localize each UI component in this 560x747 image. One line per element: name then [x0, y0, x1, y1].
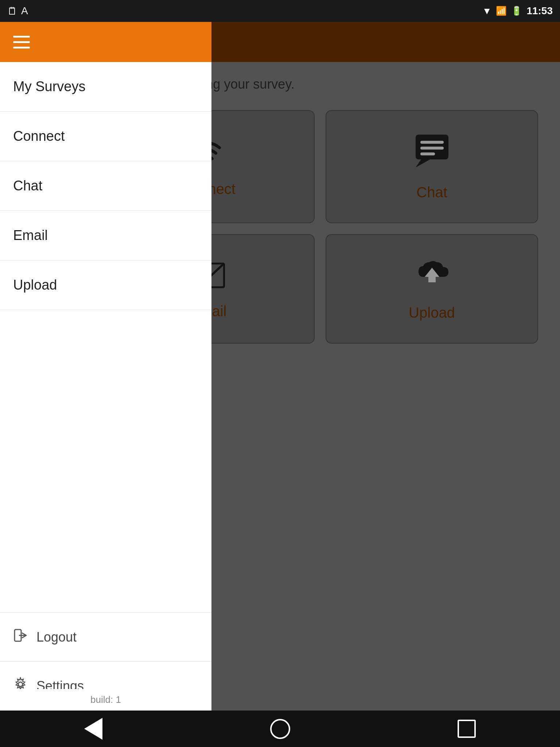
nav-drawer: My Surveys Connect Chat Email Upload Log… — [0, 22, 211, 711]
bottom-nav-bar — [0, 711, 560, 747]
battery-icon: 🔋 — [511, 6, 522, 16]
hamburger-line-1 — [13, 36, 30, 38]
sidebar-item-chat[interactable]: Chat — [0, 161, 211, 211]
home-icon — [270, 719, 290, 739]
recents-icon — [458, 720, 476, 738]
sidebar-item-upload[interactable]: Upload — [0, 260, 211, 310]
svg-point-10 — [18, 682, 23, 686]
drawer-menu: My Surveys Connect Chat Email Upload — [0, 62, 211, 612]
status-bar-right: ▼ 📶 🔋 11:53 — [482, 5, 553, 17]
wifi-icon: ▼ — [482, 5, 492, 17]
back-icon — [84, 718, 102, 740]
build-info: build: 1 — [0, 689, 211, 711]
hamburger-button[interactable] — [13, 36, 30, 49]
status-bar: 🗒 A ▼ 📶 🔋 11:53 — [0, 0, 560, 22]
logout-label: Logout — [36, 630, 77, 645]
recents-button[interactable] — [454, 716, 479, 742]
home-button[interactable] — [267, 716, 293, 742]
app-icon-2: A — [21, 5, 28, 17]
sidebar-item-my-surveys[interactable]: My Surveys — [0, 62, 211, 112]
sidebar-item-connect[interactable]: Connect — [0, 112, 211, 161]
app-icon-1: 🗒 — [7, 5, 18, 17]
status-bar-left: 🗒 A — [7, 5, 28, 17]
status-time: 11:53 — [526, 5, 553, 17]
back-button[interactable] — [81, 716, 106, 742]
logout-button[interactable]: Logout — [0, 613, 211, 662]
hamburger-line-2 — [13, 41, 30, 43]
signal-icon: 📶 — [496, 6, 507, 16]
drawer-header — [0, 22, 211, 62]
logout-icon — [13, 628, 28, 646]
hamburger-line-3 — [13, 47, 30, 49]
sidebar-item-email[interactable]: Email — [0, 211, 211, 260]
